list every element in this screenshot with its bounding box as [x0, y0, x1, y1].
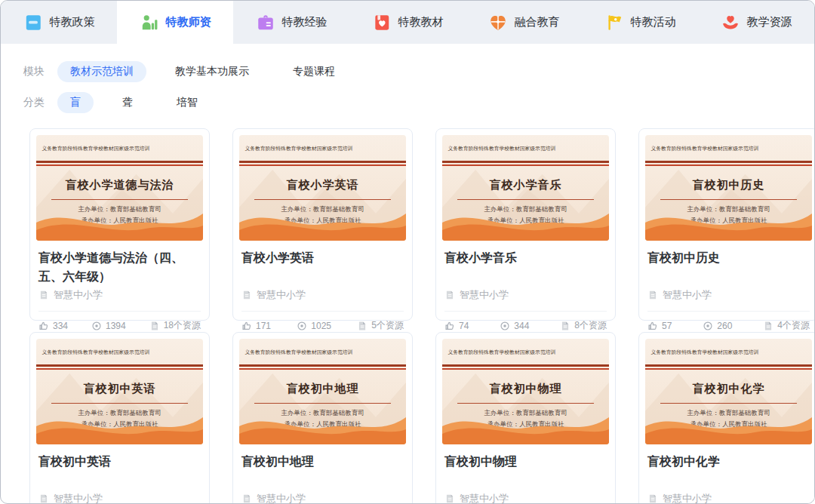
- resources-stat: 5个资源: [357, 319, 404, 332]
- heart-puzzle-icon: [488, 13, 508, 32]
- views-count: 1394: [106, 321, 126, 331]
- cover-title: 盲校初中物理: [442, 382, 609, 396]
- school-platform-icon: [241, 290, 252, 300]
- likes-count: 334: [53, 321, 68, 331]
- briefcase-icon: [256, 13, 275, 32]
- school-name: 智慧中小学: [663, 492, 712, 504]
- course-card[interactable]: 义务教育阶段特殊教育学校教材国家级示范培训 盲校初中物理 主办单位：教育部基础教…: [435, 332, 616, 504]
- filter-option-intellectual[interactable]: 培智: [169, 92, 205, 113]
- tab-special-ed-activities[interactable]: 特教活动: [582, 1, 698, 44]
- course-title: 盲校初中物理: [442, 444, 609, 492]
- course-card[interactable]: 义务教育阶段特殊教育学校教材国家级示范培训 盲校初中历史 主办单位：教育部基础教…: [638, 128, 815, 321]
- tab-special-ed-policy[interactable]: 特教政策: [1, 1, 117, 44]
- views-stat: 344: [500, 321, 529, 331]
- filter-label-module: 模块: [23, 65, 45, 78]
- school-name: 智慧中小学: [54, 492, 103, 504]
- course-card[interactable]: 义务教育阶段特殊教育学校教材国家级示范培训 盲校小学音乐 主办单位：教育部基础教…: [435, 128, 616, 321]
- school-platform-icon: [647, 290, 658, 300]
- tab-special-ed-textbooks[interactable]: 特教教材: [349, 1, 466, 44]
- course-cover: 义务教育阶段特殊教育学校教材国家级示范培训 盲校初中化学 主办单位：教育部基础教…: [645, 339, 812, 444]
- school-platform-icon: [444, 493, 455, 504]
- filter-option-special-courses[interactable]: 专题课程: [285, 61, 343, 82]
- cover-banner-text: 义务教育阶段特殊教育学校教材国家级示范培训: [442, 138, 555, 152]
- school-row: 智慧中小学: [36, 288, 203, 302]
- course-card[interactable]: 义务教育阶段特殊教育学校教材国家级示范培训 盲校初中化学 主办单位：教育部基础教…: [638, 332, 815, 504]
- course-title: 盲校初中化学: [645, 444, 812, 492]
- school-platform-icon: [647, 493, 658, 504]
- cover-banner-text: 义务教育阶段特殊教育学校教材国家级示范培训: [645, 342, 758, 355]
- eye-icon: [91, 321, 102, 331]
- tab-inclusive-education[interactable]: 融合教育: [466, 1, 582, 44]
- cover-double-rule: [442, 161, 609, 166]
- cover-double-rule: [36, 364, 203, 370]
- course-cover: 义务教育阶段特殊教育学校教材国家级示范培训 盲校小学音乐 主办单位：教育部基础教…: [442, 135, 609, 241]
- filter-option-basic-teaching-skills[interactable]: 教学基本功展示: [168, 61, 257, 82]
- course-cover: 义务教育阶段特殊教育学校教材国家级示范培训 盲校小学道德与法治 主办单位：教育部…: [36, 135, 203, 241]
- school-platform-icon: [38, 290, 49, 300]
- cover-orange-waves: [239, 410, 406, 444]
- school-name: 智慧中小学: [54, 288, 103, 302]
- cover-banner-text: 义务教育阶段特殊教育学校教材国家级示范培训: [36, 138, 149, 152]
- teacher-chart-icon: [140, 13, 159, 32]
- cover-double-rule: [239, 364, 406, 370]
- tab-label: 特教经验: [282, 15, 328, 29]
- tab-label: 特教政策: [50, 15, 95, 29]
- file-icon: [357, 321, 368, 331]
- school-row: 智慧中小学: [645, 492, 812, 504]
- cover-title: 盲校小学英语: [239, 178, 406, 192]
- flag-icon: [604, 13, 624, 32]
- school-name: 智慧中小学: [257, 492, 306, 504]
- filter-row-module: 模块 教材示范培训 教学基本功展示 专题课程: [23, 61, 792, 82]
- school-row: 智慧中小学: [239, 492, 406, 504]
- cover-banner-text: 义务教育阶段特殊教育学校教材国家级示范培训: [239, 138, 352, 152]
- cover-title: 盲校初中化学: [645, 382, 812, 396]
- course-title: 盲校小学道德与法治（四、五、六年级）: [36, 241, 203, 288]
- filter-option-textbook-demo-training[interactable]: 教材示范培训: [57, 61, 146, 82]
- cover-underline: [457, 403, 594, 404]
- thumbs-up-icon: [38, 321, 49, 331]
- likes-count: 57: [662, 321, 672, 331]
- thumbs-up-icon: [647, 321, 658, 331]
- course-cover: 义务教育阶段特殊教育学校教材国家级示范培训 盲校初中英语 主办单位：教育部基础教…: [36, 339, 203, 444]
- app-window: 特教政策 特教师资 特教经验 特教教材 融合教育: [0, 0, 815, 504]
- filter-option-blind[interactable]: 盲: [57, 92, 94, 113]
- filter-row-category: 分类 盲 聋 培智: [23, 92, 792, 113]
- course-card[interactable]: 义务教育阶段特殊教育学校教材国家级示范培训 盲校小学英语 主办单位：教育部基础教…: [232, 128, 413, 321]
- cover-orange-waves: [442, 410, 609, 444]
- top-navigation: 特教政策 特教师资 特教经验 特教教材 融合教育: [1, 1, 814, 44]
- cover-title: 盲校小学音乐: [442, 178, 609, 192]
- school-name: 智慧中小学: [663, 288, 712, 302]
- eye-icon: [500, 321, 510, 331]
- file-icon: [149, 321, 160, 331]
- cover-title: 盲校小学道德与法治: [36, 178, 203, 192]
- cover-banner-text: 义务教育阶段特殊教育学校教材国家级示范培训: [442, 342, 555, 355]
- filter-option-deaf[interactable]: 聋: [115, 92, 140, 113]
- cover-title: 盲校初中地理: [239, 382, 406, 396]
- filter-label-category: 分类: [23, 96, 45, 109]
- cover-double-rule: [645, 364, 812, 370]
- tab-special-ed-experience[interactable]: 特教经验: [233, 1, 349, 44]
- cover-underline: [51, 403, 188, 404]
- views-count: 260: [717, 321, 732, 331]
- course-card[interactable]: 义务教育阶段特殊教育学校教材国家级示范培训 盲校小学道德与法治 主办单位：教育部…: [29, 128, 210, 321]
- course-title: 盲校初中地理: [239, 444, 406, 492]
- course-card[interactable]: 义务教育阶段特殊教育学校教材国家级示范培训 盲校初中英语 主办单位：教育部基础教…: [29, 332, 210, 504]
- cover-orange-waves: [442, 206, 609, 241]
- course-card[interactable]: 义务教育阶段特殊教育学校教材国家级示范培训 盲校初中地理 主办单位：教育部基础教…: [232, 332, 413, 504]
- tab-special-ed-teachers[interactable]: 特教师资: [117, 1, 233, 44]
- cover-banner-text: 义务教育阶段特殊教育学校教材国家级示范培训: [645, 138, 758, 152]
- resources-count: 18个资源: [164, 319, 201, 332]
- tab-label: 特教教材: [398, 15, 444, 29]
- views-count: 344: [514, 321, 529, 331]
- cover-banner-text: 义务教育阶段特殊教育学校教材国家级示范培训: [239, 342, 352, 355]
- cover-underline: [660, 199, 797, 200]
- likes-stat: 74: [444, 321, 469, 331]
- tab-teaching-resources[interactable]: 教学资源: [698, 1, 814, 44]
- school-platform-icon: [241, 493, 252, 504]
- course-title: 盲校小学音乐: [442, 241, 609, 288]
- school-row: 智慧中小学: [36, 492, 203, 504]
- school-row: 智慧中小学: [239, 288, 406, 302]
- file-icon: [763, 321, 773, 331]
- cover-underline: [660, 403, 797, 404]
- cover-underline: [51, 199, 188, 200]
